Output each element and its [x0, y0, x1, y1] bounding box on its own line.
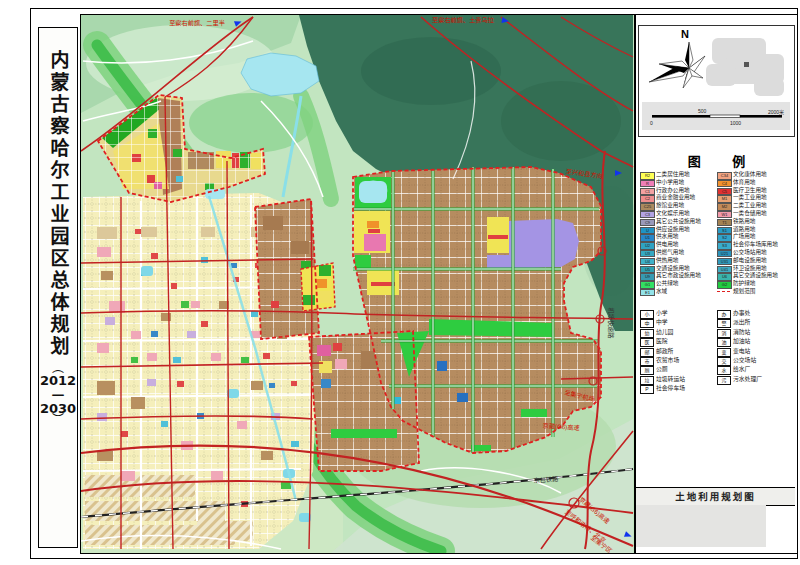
- symbol-legend-item: 警派出所: [717, 318, 793, 327]
- symbol-legend-item: 医医院: [640, 337, 716, 346]
- legend-label: 二类居住用地: [656, 171, 690, 179]
- legend-label: 公交场站用地: [733, 249, 767, 257]
- symbol-label: 办事处: [733, 309, 750, 318]
- symbol-label: 幼儿园: [656, 328, 673, 337]
- symbol-legend-item: 水给水厂: [717, 365, 793, 374]
- legend-item: G2防护绿地: [717, 280, 793, 288]
- landuse-legend-right: C34文化康体用地C4体育用地C5医疗卫生用地M1一类工业用地M2二类工业用地W…: [717, 171, 793, 296]
- legend-item: C34文化康体用地: [717, 171, 793, 179]
- north-box: N: [638, 25, 795, 137]
- legend-label: 公共绿地: [656, 280, 678, 288]
- legend-item: M2二类工业用地: [717, 202, 793, 210]
- location-inset-map: [706, 34, 790, 100]
- symbol-label: 公厕: [656, 365, 668, 374]
- scale-1000: 1000: [730, 120, 741, 126]
- legend-item: E1水域: [640, 288, 716, 296]
- legend-label: 文化康体用地: [733, 171, 767, 179]
- symbol-legend-item: 小小学: [640, 309, 716, 318]
- legend-label: 供水用地: [656, 233, 678, 241]
- symbol-legend-item: 幼幼儿园: [640, 328, 716, 337]
- legend-item: U21公交场站用地: [717, 249, 793, 257]
- legend-label: 供热用地: [656, 257, 678, 265]
- legend-label: 社会停车场库用地: [733, 241, 778, 249]
- legend-item: G1公共绿地: [640, 280, 716, 288]
- legend-label: 旅馆业用地: [656, 202, 684, 210]
- legend-item-boundary: 规划范围: [717, 288, 793, 296]
- legend-item: S3社会停车场库用地: [717, 241, 793, 249]
- road-label: 至察右前旗、土贵乌拉: [432, 16, 494, 24]
- symbol-label: 垃圾转运站: [656, 375, 685, 384]
- legend-item: R2二类居住用地: [640, 171, 716, 179]
- symbol-legend-left: 小小学中中学幼幼儿园医医院邮邮政所市农贸市场厕公厕垃垃圾转运站P社会停车场: [640, 309, 716, 394]
- paren-close: ︶: [52, 416, 64, 426]
- symbol-label: 变电站: [733, 347, 750, 356]
- symbol-legend-item: 油加油站: [717, 337, 793, 346]
- scale-2000: 2000米: [768, 108, 784, 115]
- road-label: 机场快速路: [607, 308, 615, 340]
- title-bar: 内蒙古察哈尔工业园区总体规划 ︵ 2012 — 2030 ︶: [38, 27, 78, 548]
- legend-item: S1道路用地: [717, 226, 793, 234]
- symbol-label: 加油站: [733, 337, 750, 346]
- legend-item: C3文化娱乐用地: [640, 210, 716, 218]
- facility-symbol-icon: 污: [717, 376, 731, 385]
- symbol-legend-item: P社会停车场: [640, 384, 716, 393]
- sheet-title: 土地利用规划图: [636, 487, 795, 506]
- legend-item: R中小学用地: [640, 179, 716, 187]
- symbol-legend-item: 办办事处: [717, 309, 793, 318]
- legend-item: S2广场用地: [717, 233, 793, 241]
- legend-label: 规划范围: [733, 288, 755, 296]
- legend-label: 其它公共设施用地: [656, 218, 701, 226]
- legend-item: U1供水用地: [640, 233, 716, 241]
- symbol-label: 消防站: [733, 328, 750, 337]
- symbol-label: 公交场站: [733, 356, 756, 365]
- scale-zero: 0: [650, 120, 653, 126]
- symbol-label: 医院: [656, 337, 668, 346]
- road-label: 至察右前旗、二里半: [169, 19, 225, 27]
- symbol-legend-item: 污污水处理厂: [717, 375, 793, 384]
- legend-label: 中小学用地: [656, 179, 684, 187]
- legend-title: 图 例: [636, 151, 797, 170]
- landuse-map: 至察右前旗、二里半至察右前旗、土贵乌拉至兴和县方向机场快速路至集宁机场京藏(G6…: [81, 15, 634, 553]
- legend-label: 水域: [656, 288, 667, 296]
- symbol-label: 污水处理厂: [733, 375, 762, 384]
- symbol-legend-item: 中中学: [640, 318, 716, 327]
- legend-label: 供电用地: [656, 241, 678, 249]
- legend-label: 广场用地: [733, 233, 755, 241]
- symbol-legend-item: 变变电站: [717, 347, 793, 356]
- symbol-legend-item: 交公交场站: [717, 356, 793, 365]
- legend-item: U4供热用地: [640, 257, 716, 265]
- symbol-label: 农贸市场: [656, 356, 679, 365]
- year-start: 2012: [40, 374, 76, 388]
- legend-item: C4体育用地: [717, 179, 793, 187]
- legend-item: C9其它公共设施用地: [640, 218, 716, 226]
- legend-item: U2供电用地: [640, 241, 716, 249]
- legend-panel: N: [635, 14, 798, 554]
- legend-item: U供应设施用地: [640, 226, 716, 234]
- landuse-legend-left: R2二类居住用地R中小学用地C1行政办公用地C2商业金融业用地C25旅馆业用地C…: [640, 171, 716, 296]
- symbol-label: 派出所: [733, 318, 750, 327]
- legend-label: 邮电设施用地: [733, 257, 767, 265]
- legend-label: 一类仓储用地: [733, 210, 767, 218]
- legend-item: U9其它市政设施用地: [640, 272, 716, 280]
- boundary-dash-icon: [717, 291, 730, 292]
- legend-item: U3供燃气用地: [640, 249, 716, 257]
- symbol-legend-item: 垃垃圾转运站: [640, 375, 716, 384]
- legend-item: T1铁路用地: [717, 218, 793, 226]
- legend-item: U6其它交通设施用地: [717, 272, 793, 280]
- symbol-legend-item: 消消防站: [717, 328, 793, 337]
- legend-label: 防护绿地: [733, 280, 755, 288]
- plan-years: ︵ 2012 — 2030 ︶: [40, 364, 76, 426]
- symbol-legend-item: 厕公厕: [640, 365, 716, 374]
- symbol-label: 中学: [656, 318, 668, 327]
- plan-sheet: 内蒙古察哈尔工业园区总体规划 ︵ 2012 — 2030 ︶: [0, 0, 800, 565]
- legend-item: U31邮电设施用地: [717, 257, 793, 265]
- scale-500: 500: [698, 108, 706, 114]
- legend-label: 二类工业用地: [733, 202, 767, 210]
- legend-label: 文化娱乐用地: [656, 210, 690, 218]
- year-dash: —: [52, 388, 65, 402]
- facility-symbol-icon: P: [640, 385, 654, 394]
- legend-swatch: E1: [640, 289, 655, 297]
- legend-item: C25旅馆业用地: [640, 202, 716, 210]
- panel-footer-block: [636, 505, 766, 547]
- legend-label: 铁路用地: [733, 218, 755, 226]
